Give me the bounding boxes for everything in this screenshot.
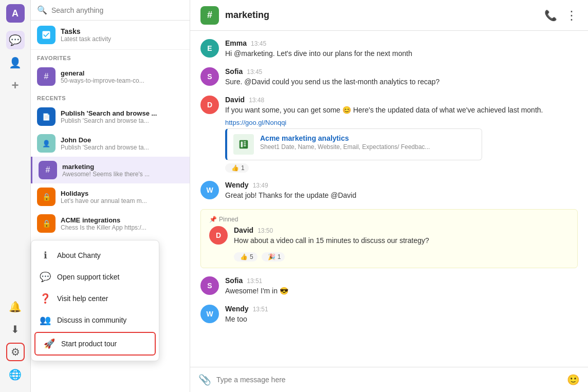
- marketing-icon: #: [39, 161, 57, 179]
- help-center-icon: ❓: [40, 293, 51, 304]
- message-wendy2: W Wendy 13:51 Me too: [200, 305, 578, 325]
- nav-contacts[interactable]: 👤: [6, 53, 25, 72]
- avatar-emma: E: [200, 39, 219, 58]
- avatar-wendy1: W: [200, 181, 219, 199]
- text-wendy2: Me too: [225, 314, 578, 325]
- tour-label: Start product tour: [61, 340, 117, 348]
- search-icon: 🔍: [37, 5, 47, 15]
- content-emma: Emma 13:45 Hi @marketing. Let's dive int…: [225, 39, 578, 59]
- sidebar-item-publish1[interactable]: 📄 Publish 'Search and browse ... Publish…: [31, 103, 190, 130]
- time-sofia2: 13:51: [247, 277, 262, 285]
- johndoe-icon: 👤: [37, 134, 56, 153]
- card-subtitle: Sheet1 Date, Name, Website, Email, Expec…: [260, 143, 430, 151]
- general-subtitle: 50-ways-to-improve-team-co...: [61, 77, 144, 84]
- tasks-item[interactable]: Tasks Latest task activity: [31, 21, 190, 50]
- tasks-subtitle: Latest task activity: [61, 35, 111, 43]
- sender-sofia2: Sofia: [225, 276, 243, 285]
- dropdown-menu: ℹ About Chanty 💬 Open support ticket ❓ V…: [31, 240, 159, 361]
- time-david1: 13:48: [249, 97, 264, 104]
- meta-pinned: David 13:50: [234, 226, 569, 234]
- general-title: general: [61, 69, 144, 77]
- publish1-text: Publish 'Search and browse ... Publish '…: [61, 109, 157, 124]
- publish1-title: Publish 'Search and browse ...: [61, 109, 157, 117]
- nav-chat[interactable]: 💬: [6, 31, 25, 49]
- emoji-icon[interactable]: 🙂: [567, 374, 580, 386]
- sender-sofia: Sofia: [225, 67, 243, 76]
- channel-icon: #: [200, 6, 219, 25]
- meta-sofia: Sofia 13:45: [225, 67, 578, 76]
- sender-wendy2: Wendy: [225, 305, 249, 313]
- help-icon[interactable]: ⚙: [6, 343, 25, 361]
- reaction-emoji: 👍: [231, 164, 239, 172]
- app-avatar[interactable]: A: [6, 4, 25, 23]
- meta-emma: Emma 13:45: [225, 39, 578, 47]
- chat-messages: E Emma 13:45 Hi @marketing. Let's dive i…: [190, 31, 588, 367]
- link-url[interactable]: https://goo.gl/Nonqqi: [225, 119, 578, 126]
- meta-wendy2: Wendy 13:51: [225, 305, 578, 313]
- message-david1: D David 13:48 If you want some, you can …: [200, 96, 578, 173]
- pinned-reactions: 👍 5 🎉 1: [234, 249, 569, 262]
- sender-david1: David: [225, 96, 245, 104]
- tasks-title: Tasks: [61, 27, 111, 35]
- holidays-subtitle: Let's have our annual team m...: [61, 197, 147, 204]
- nav-add[interactable]: +: [6, 76, 25, 95]
- time-wendy1: 13:49: [253, 182, 268, 189]
- dropdown-tour[interactable]: 🚀 Start product tour: [34, 332, 156, 356]
- bell-icon[interactable]: 🔔: [6, 297, 25, 316]
- dropdown-community[interactable]: 👥 Discuss in community: [31, 309, 159, 331]
- general-text: general 50-ways-to-improve-team-co...: [61, 69, 144, 84]
- reaction-count: 1: [241, 164, 245, 172]
- avatar-sofia: S: [200, 67, 219, 86]
- info-icon: ℹ: [40, 250, 51, 261]
- johndoe-subtitle: Publish 'Search and browse ta...: [61, 144, 149, 151]
- text-pinned: How about a video call in 15 minutes to …: [234, 235, 569, 246]
- sidebar-item-acme[interactable]: 🔒 ACME integrations Chess Is the Killer …: [31, 210, 190, 237]
- search-bar: 🔍: [31, 0, 190, 21]
- user-icon[interactable]: 🌐: [6, 365, 25, 384]
- message-sofia2: S Sofia 13:51 Awesome! I'm in 😎: [200, 276, 578, 296]
- reaction-david1[interactable]: 👍 1: [225, 163, 249, 173]
- message-sofia: S Sofia 13:45 Sure. @David could you sen…: [200, 67, 578, 87]
- header-left: # marketing: [200, 6, 269, 25]
- pin-reaction2-emoji: 🎉: [268, 253, 275, 260]
- download-icon[interactable]: ⬇: [6, 320, 25, 339]
- attach-icon[interactable]: 📎: [198, 374, 211, 386]
- dropdown-about[interactable]: ℹ About Chanty: [31, 245, 159, 266]
- card-title: Acme marketing analytics: [260, 134, 430, 142]
- dropdown-help[interactable]: ❓ Visit help center: [31, 288, 159, 309]
- tasks-icon: [37, 26, 56, 44]
- sidebar-item-marketing[interactable]: # marketing Awesome! Seems like there's …: [31, 157, 190, 183]
- publish1-subtitle: Publish 'Search and browse ta...: [61, 117, 157, 124]
- message-wendy1: W Wendy 13:49 Great job! Thanks for the …: [200, 181, 578, 201]
- time-sofia: 13:45: [247, 68, 262, 76]
- pin-reaction1-count: 5: [250, 253, 253, 260]
- avatar-wendy2: W: [200, 305, 219, 323]
- holidays-title: Holidays: [61, 190, 147, 197]
- dropdown-support[interactable]: 💬 Open support ticket: [31, 266, 159, 288]
- favorites-label: FAVORITES: [31, 50, 190, 63]
- message-emma: E Emma 13:45 Hi @marketing. Let's dive i…: [200, 39, 578, 59]
- sidebar-item-johndoe[interactable]: 👤 John Doe Publish 'Search and browse ta…: [31, 130, 190, 157]
- reaction-pin1[interactable]: 👍 5: [234, 252, 258, 262]
- more-icon[interactable]: ⋮: [565, 8, 578, 23]
- reaction-pin2[interactable]: 🎉 1: [262, 252, 285, 262]
- pinned-message: 📌 Pinned D David 13:50 How about a video…: [200, 209, 578, 268]
- recents-label: RECENTS: [31, 90, 190, 103]
- search-input[interactable]: [51, 6, 183, 14]
- sidebar-item-general[interactable]: # general 50-ways-to-improve-team-co...: [31, 63, 190, 90]
- pin-icon: 📌: [209, 216, 217, 223]
- icon-bar: A 💬 👤 + 🔔 ⬇ ⚙ 🌐: [0, 0, 31, 392]
- channel-name: marketing: [225, 10, 269, 21]
- sender-pinned: David: [234, 226, 253, 234]
- tasks-text: Tasks Latest task activity: [61, 27, 111, 43]
- sidebar-item-holidays[interactable]: 🔒 Holidays Let's have our annual team m.…: [31, 183, 190, 210]
- meta-sofia2: Sofia 13:51: [225, 276, 578, 285]
- phone-icon[interactable]: 📞: [544, 9, 557, 22]
- header-right: 📞 ⋮: [544, 8, 578, 23]
- marketing-text: marketing Awesome! Seems like there's ..…: [62, 163, 150, 178]
- johndoe-text: John Doe Publish 'Search and browse ta..…: [61, 136, 149, 151]
- content-wendy2: Wendy 13:51 Me too: [225, 305, 578, 325]
- message-input[interactable]: [216, 376, 562, 384]
- sender-emma: Emma: [225, 39, 247, 47]
- content-wendy1: Wendy 13:49 Great job! Thanks for the up…: [225, 181, 578, 201]
